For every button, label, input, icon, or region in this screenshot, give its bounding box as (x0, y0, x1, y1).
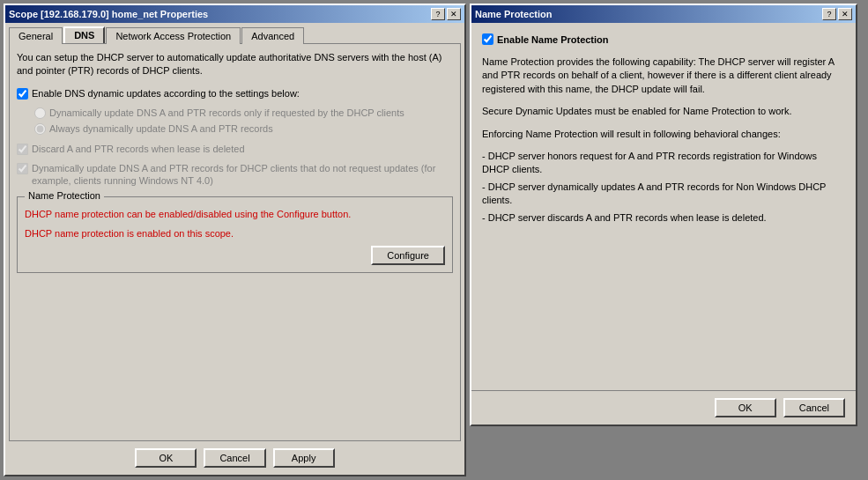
dynamic-checkbox-row: Dynamically update DNS A and PTR records… (17, 162, 453, 188)
cancel-button[interactable]: Cancel (204, 448, 265, 468)
left-window-title: Scope [192.168.179.0] home_net Propertie… (9, 9, 208, 19)
tab-bar: General DNS Network Access Protection Ad… (5, 23, 464, 43)
discard-checkbox-row: Discard A and PTR records when lease is … (17, 143, 453, 155)
right-content-area: Enable Name Protection Name Protection p… (471, 23, 856, 390)
right-help-button[interactable]: ? (822, 8, 836, 20)
right-title-buttons: ? ✕ (822, 8, 852, 20)
discard-label: Discard A and PTR records when lease is … (32, 143, 245, 155)
discard-checkbox[interactable] (17, 144, 28, 155)
configure-button[interactable]: Configure (371, 246, 445, 265)
right-cancel-button[interactable]: Cancel (783, 398, 845, 417)
close-button[interactable]: ✕ (447, 8, 461, 20)
enable-dns-label: Enable DNS dynamic updates according to … (32, 87, 300, 100)
right-title-bar: Name Protection ? ✕ (471, 5, 856, 23)
tab-dns[interactable]: DNS (63, 26, 105, 43)
dns-content-area: You can setup the DHCP server to automat… (9, 43, 461, 441)
name-protection-status: DHCP name protection is enabled on this … (25, 228, 445, 239)
enable-dns-row: Enable DNS dynamic updates according to … (17, 87, 453, 100)
enable-name-protection-label: Enable Name Protection (497, 34, 609, 45)
apply-button[interactable]: Apply (273, 448, 335, 468)
left-window: Scope [192.168.179.0] home_net Propertie… (4, 4, 466, 476)
help-button[interactable]: ? (431, 8, 445, 20)
right-ok-button[interactable]: OK (715, 398, 776, 417)
configure-btn-row: Configure (25, 246, 445, 265)
name-protection-group: Name Protection DHCP name protection can… (17, 196, 453, 273)
info-description2: Secure Dynamic Updates must be enabled f… (482, 105, 845, 118)
bullet-item-1: - DHCP server honors request for A and P… (482, 150, 845, 177)
tab-general[interactable]: General (9, 27, 63, 44)
dynamic-label: Dynamically update DNS A and PTR records… (32, 162, 453, 188)
name-protection-line1: DHCP name protection can be enabled/disa… (25, 208, 445, 221)
right-window: Name Protection ? ✕ Enable Name Protecti… (470, 4, 857, 426)
info-description3: Enforcing Name Protection will result in… (482, 128, 845, 141)
enable-name-protection-row: Enable Name Protection (482, 33, 845, 45)
right-close-button[interactable]: ✕ (838, 8, 852, 20)
left-title-buttons: ? ✕ (431, 8, 461, 20)
info-description1: Name Protection provides the following c… (482, 55, 845, 96)
radio-always-update[interactable] (34, 123, 46, 135)
radio-dns-clients-label: Dynamically update DNS A and PTR records… (49, 107, 404, 119)
radio-row-1: Dynamically update DNS A and PTR records… (34, 107, 453, 119)
tab-advanced[interactable]: Advanced (241, 27, 304, 44)
description-text: You can setup the DHCP server to automat… (17, 51, 453, 78)
radio-dns-clients[interactable] (34, 107, 46, 119)
right-btn-row: OK Cancel (471, 390, 856, 425)
radio-row-2: Always dynamically update DNS A and PTR … (34, 122, 453, 135)
right-window-title: Name Protection (475, 9, 552, 19)
bullet-list: - DHCP server honors request for A and P… (482, 150, 845, 225)
group-box-title: Name Protection (25, 190, 104, 201)
bottom-btn-row: OK Cancel Apply (5, 441, 464, 475)
enable-dns-checkbox[interactable] (17, 88, 28, 100)
radio-group: Dynamically update DNS A and PTR records… (34, 107, 453, 136)
ok-button[interactable]: OK (135, 448, 197, 468)
tab-network-access[interactable]: Network Access Protection (106, 27, 241, 44)
bullet-item-3: - DHCP server discards A and PTR records… (482, 211, 845, 225)
left-title-bar: Scope [192.168.179.0] home_net Propertie… (5, 5, 464, 23)
enable-name-protection-checkbox[interactable] (482, 33, 493, 45)
bullet-item-2: - DHCP server dynamically updates A and … (482, 181, 845, 208)
radio-always-update-label: Always dynamically update DNS A and PTR … (49, 122, 273, 135)
dynamic-checkbox[interactable] (17, 163, 28, 174)
